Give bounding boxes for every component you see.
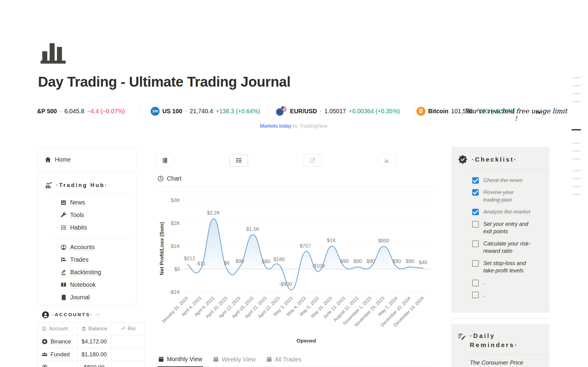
svg-text:$1.5K: $1.5K (246, 226, 259, 232)
svg-text:$90: $90 (367, 258, 375, 264)
clock-icon (157, 175, 164, 182)
sidebar-item-trades[interactable]: Trades (38, 253, 137, 266)
symbol-name: US 100 (162, 108, 182, 115)
svg-text:$212: $212 (184, 256, 195, 261)
checklist-header: ·Checklist· (458, 155, 550, 164)
symbol-change: +138.3 (+0.64%) (216, 108, 260, 115)
sidebar-item-tools[interactable]: Tools (38, 209, 137, 221)
checkbox-item[interactable] (472, 280, 479, 286)
outline-mark[interactable] (573, 194, 581, 195)
sidebar-item-label: Home (55, 156, 71, 163)
tab-label: Weekly View (222, 356, 256, 363)
chart-section-title: Chart (167, 175, 182, 182)
outline-mark[interactable] (571, 129, 581, 130)
roi-cell (111, 335, 145, 348)
checklist-item-label: . (483, 291, 485, 298)
checkbox-calculate-your-risk-reward-ratio[interactable] (472, 241, 479, 247)
markets-today-link[interactable]: Markets today (260, 123, 292, 129)
sidebar-item-backtesting[interactable]: Backtesting (38, 266, 137, 279)
checklist-item: Set your entry and exit points (472, 220, 532, 235)
outline-mark[interactable] (573, 178, 581, 179)
by-tradingview-link[interactable]: by TradingView (293, 123, 327, 129)
checklist-card: ·Checklist· Check the newsReview your tr… (451, 147, 550, 313)
account-link[interactable]: Funded (51, 351, 70, 358)
outline-mark[interactable] (573, 143, 581, 144)
sidebar-item-home[interactable]: Home (38, 148, 137, 171)
sidebar-item-accounts[interactable]: Accounts (38, 241, 137, 253)
sidebar-item-label: Tools (70, 212, 84, 219)
separator-dot: • (185, 109, 187, 114)
home-card: Home (37, 148, 137, 171)
checkbox-set-your-entry-and-exit-points[interactable] (472, 221, 479, 227)
backtesting-icon (60, 269, 67, 275)
svg-text:$90: $90 (340, 258, 349, 264)
chart-button[interactable] (378, 154, 396, 167)
column-header-inner: Balance (77, 326, 111, 332)
checklist-item-label: Analyze the market (483, 208, 530, 215)
outline-mark[interactable] (573, 93, 581, 94)
sidebar-item-journal[interactable]: Journal (38, 291, 137, 304)
column-header-balance[interactable]: Balance (77, 322, 111, 335)
ticker-symbol-eur-usd[interactable]: EUR/USD•1.05017+0.00364 (+0.35%) (276, 104, 400, 118)
divider (469, 354, 545, 354)
outline-mark[interactable] (573, 186, 581, 187)
svg-text:$3K: $3K (171, 197, 180, 203)
tab-all-trades[interactable]: All Trades (266, 351, 302, 367)
checkbox-analyze-the-market[interactable] (472, 209, 479, 215)
column-header-account[interactable]: Account (38, 322, 77, 335)
symbol-value: 6,045.8 (64, 108, 84, 115)
outline-mark[interactable] (573, 101, 581, 102)
column-label: Balance (89, 326, 107, 332)
sidebar-item-habits[interactable]: Habits (38, 221, 137, 234)
outline-mark[interactable] (573, 159, 581, 159)
calendar-icon (213, 356, 219, 362)
checkbox-check-the-news[interactable] (472, 177, 479, 184)
balance-column-icon (81, 326, 86, 331)
account-link[interactable]: Binance (51, 338, 71, 345)
compose-button[interactable] (303, 154, 322, 167)
journal-icon (60, 294, 67, 301)
checkbox-set-stop-loss-and-take-profit-levels[interactable] (472, 260, 479, 267)
eurusd-flag-icon (276, 106, 287, 116)
checklist-item-label: Calculate your risk-reward ratio (483, 240, 532, 255)
sidebar-item-label: Backtesting (70, 269, 101, 276)
symbol-value: 1.05017 (324, 108, 346, 115)
ticker-symbol-us-100[interactable]: 100US 100•21,740.4+138.3 (+0.64%) (151, 104, 260, 118)
checklist-title: ·Checklist· (472, 156, 517, 163)
chart-icon (383, 157, 390, 164)
svg-text:-$900: -$900 (279, 281, 292, 287)
calendar-icon (266, 356, 272, 362)
account-cell (38, 361, 77, 367)
roi-cell (111, 361, 145, 367)
column-header-roi[interactable]: Roi (111, 322, 145, 335)
sidebar-item-news[interactable]: News (38, 196, 137, 209)
tab-weekly-view[interactable]: Weekly View (212, 351, 256, 367)
funded-icon (42, 351, 48, 358)
svg-text:$40: $40 (419, 260, 428, 265)
outline-mark[interactable] (573, 170, 581, 171)
sidebar-item-label: Trades (70, 256, 89, 263)
column-label: Roi (128, 326, 136, 332)
svg-text:-$11: -$11 (196, 261, 205, 266)
tab-monthly-view[interactable]: Monthly View (157, 351, 203, 367)
tab-label: All Trades (275, 356, 302, 363)
checklist-button[interactable] (230, 154, 248, 167)
outline-mark[interactable] (573, 85, 581, 86)
checklist-item-label: Set stop-loss and take-profit levels (483, 260, 532, 275)
sidebar-item-notebook[interactable]: Notebook (38, 279, 137, 291)
symbol-value: 21,740.4 (190, 108, 213, 115)
checkbox-item[interactable] (472, 292, 479, 298)
account-cell: Binance (38, 335, 77, 348)
view-tabs: Monthly ViewWeekly ViewAll Trades (157, 351, 432, 367)
accounts-title: ·ACCOUNTS· (52, 312, 93, 317)
journal-button[interactable] (156, 154, 174, 167)
divider (451, 318, 550, 319)
divider (157, 186, 432, 186)
outline-mark[interactable] (573, 77, 581, 78)
svg-text:$8: $8 (224, 260, 229, 266)
outline-mark[interactable] (573, 151, 581, 152)
ticker-symbol-s-p-500[interactable]: S&P 500•6,045.8−4.4 (−0.07%) (33, 104, 125, 118)
usage-limit-message: You've reached free usage limit ! (463, 107, 569, 122)
chevron-down-icon[interactable] (96, 312, 100, 317)
checkbox-review-your-trading-plan[interactable] (472, 189, 479, 196)
